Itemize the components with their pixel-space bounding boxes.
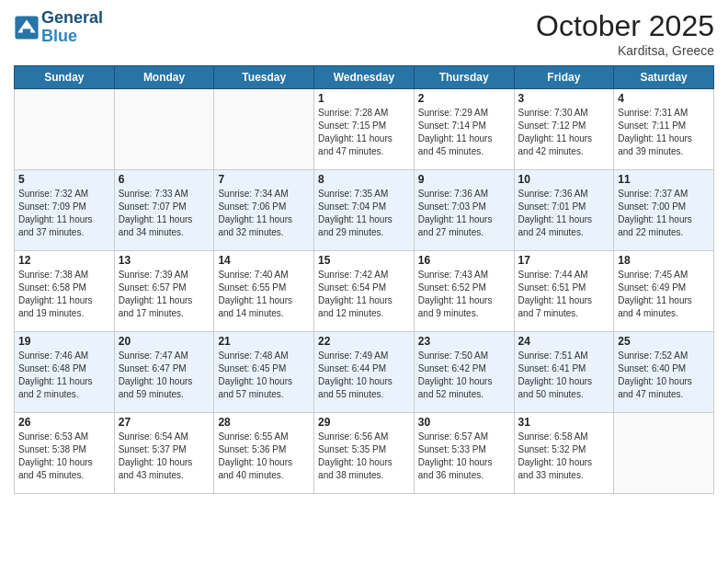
calendar-cell: 14Sunrise: 7:40 AMSunset: 6:55 PMDayligh… (214, 251, 314, 332)
day-number: 16 (418, 254, 510, 267)
calendar-cell: 9Sunrise: 7:36 AMSunset: 7:03 PMDaylight… (414, 170, 514, 251)
day-number: 8 (318, 173, 410, 186)
day-number: 23 (418, 335, 510, 348)
day-info: Sunrise: 6:54 AMSunset: 5:37 PMDaylight:… (119, 431, 210, 482)
calendar-cell: 4Sunrise: 7:31 AMSunset: 7:11 PMDaylight… (614, 89, 714, 170)
day-info: Sunrise: 7:28 AMSunset: 7:15 PMDaylight:… (318, 107, 410, 158)
day-number: 20 (119, 335, 210, 348)
calendar-cell: 6Sunrise: 7:33 AMSunset: 7:07 PMDaylight… (114, 170, 214, 251)
day-info: Sunrise: 7:37 AMSunset: 7:00 PMDaylight:… (618, 188, 710, 239)
day-info: Sunrise: 7:31 AMSunset: 7:11 PMDaylight:… (618, 107, 710, 158)
month-title: October 2025 (536, 9, 714, 43)
day-number: 30 (418, 416, 510, 429)
page: General Blue October 2025 Karditsa, Gree… (0, 0, 728, 563)
calendar-cell: 28Sunrise: 6:55 AMSunset: 5:36 PMDayligh… (214, 413, 314, 494)
calendar-cell: 20Sunrise: 7:47 AMSunset: 6:47 PMDayligh… (114, 332, 214, 413)
day-number: 2 (418, 92, 510, 105)
calendar-row-1: 1Sunrise: 7:28 AMSunset: 7:15 PMDaylight… (15, 89, 714, 170)
day-number: 17 (518, 254, 610, 267)
calendar-cell: 10Sunrise: 7:36 AMSunset: 7:01 PMDayligh… (514, 170, 614, 251)
calendar-row-4: 19Sunrise: 7:46 AMSunset: 6:48 PMDayligh… (15, 332, 714, 413)
calendar-cell: 24Sunrise: 7:51 AMSunset: 6:41 PMDayligh… (514, 332, 614, 413)
day-info: Sunrise: 7:33 AMSunset: 7:07 PMDaylight:… (119, 188, 210, 239)
day-info: Sunrise: 6:55 AMSunset: 5:36 PMDaylight:… (218, 431, 310, 482)
calendar-cell (214, 89, 314, 170)
calendar-cell: 17Sunrise: 7:44 AMSunset: 6:51 PMDayligh… (514, 251, 614, 332)
day-number: 12 (18, 254, 110, 267)
logo-text: General Blue (41, 9, 103, 46)
day-info: Sunrise: 7:39 AMSunset: 6:57 PMDaylight:… (119, 269, 210, 320)
col-monday: Monday (114, 66, 214, 89)
calendar-cell: 31Sunrise: 6:58 AMSunset: 5:32 PMDayligh… (514, 413, 614, 494)
calendar-cell: 13Sunrise: 7:39 AMSunset: 6:57 PMDayligh… (114, 251, 214, 332)
day-info: Sunrise: 7:44 AMSunset: 6:51 PMDaylight:… (518, 269, 610, 320)
day-number: 31 (518, 416, 610, 429)
day-info: Sunrise: 7:38 AMSunset: 6:58 PMDaylight:… (18, 269, 110, 320)
calendar-cell: 8Sunrise: 7:35 AMSunset: 7:04 PMDaylight… (314, 170, 415, 251)
calendar-cell (614, 413, 714, 494)
day-number: 19 (18, 335, 110, 348)
day-info: Sunrise: 7:34 AMSunset: 7:06 PMDaylight:… (218, 188, 310, 239)
day-info: Sunrise: 7:47 AMSunset: 6:47 PMDaylight:… (119, 350, 210, 401)
day-number: 18 (618, 254, 710, 267)
day-info: Sunrise: 7:36 AMSunset: 7:01 PMDaylight:… (518, 188, 610, 239)
logo-line1: General (41, 9, 103, 28)
calendar-cell: 23Sunrise: 7:50 AMSunset: 6:42 PMDayligh… (414, 332, 514, 413)
col-thursday: Thursday (414, 66, 514, 89)
col-wednesday: Wednesday (314, 66, 415, 89)
location: Karditsa, Greece (536, 43, 714, 58)
title-area: October 2025 Karditsa, Greece (536, 9, 714, 58)
svg-rect-2 (23, 29, 30, 34)
header: General Blue October 2025 Karditsa, Gree… (14, 9, 714, 58)
day-number: 4 (618, 92, 710, 105)
calendar-cell: 11Sunrise: 7:37 AMSunset: 7:00 PMDayligh… (614, 170, 714, 251)
day-info: Sunrise: 6:56 AMSunset: 5:35 PMDaylight:… (318, 431, 410, 482)
calendar-cell: 15Sunrise: 7:42 AMSunset: 6:54 PMDayligh… (314, 251, 415, 332)
day-info: Sunrise: 7:32 AMSunset: 7:09 PMDaylight:… (18, 188, 110, 239)
day-number: 3 (518, 92, 610, 105)
day-number: 9 (418, 173, 510, 186)
day-info: Sunrise: 7:40 AMSunset: 6:55 PMDaylight:… (218, 269, 310, 320)
day-number: 29 (318, 416, 410, 429)
logo-icon (14, 15, 40, 40)
day-number: 7 (218, 173, 310, 186)
day-number: 21 (218, 335, 310, 348)
col-sunday: Sunday (15, 66, 115, 89)
logo: General Blue (14, 9, 103, 46)
day-info: Sunrise: 7:36 AMSunset: 7:03 PMDaylight:… (418, 188, 510, 239)
calendar-header-row: Sunday Monday Tuesday Wednesday Thursday… (15, 66, 714, 89)
day-number: 26 (18, 416, 110, 429)
day-info: Sunrise: 7:30 AMSunset: 7:12 PMDaylight:… (518, 107, 610, 158)
day-info: Sunrise: 7:45 AMSunset: 6:49 PMDaylight:… (618, 269, 710, 320)
day-number: 14 (218, 254, 310, 267)
calendar-cell: 26Sunrise: 6:53 AMSunset: 5:38 PMDayligh… (15, 413, 115, 494)
day-info: Sunrise: 7:49 AMSunset: 6:44 PMDaylight:… (318, 350, 410, 401)
calendar-cell: 25Sunrise: 7:52 AMSunset: 6:40 PMDayligh… (614, 332, 714, 413)
calendar-cell (15, 89, 115, 170)
calendar-cell: 1Sunrise: 7:28 AMSunset: 7:15 PMDaylight… (314, 89, 415, 170)
calendar-cell: 30Sunrise: 6:57 AMSunset: 5:33 PMDayligh… (414, 413, 514, 494)
calendar-cell: 18Sunrise: 7:45 AMSunset: 6:49 PMDayligh… (614, 251, 714, 332)
calendar-cell: 5Sunrise: 7:32 AMSunset: 7:09 PMDaylight… (15, 170, 115, 251)
day-info: Sunrise: 7:43 AMSunset: 6:52 PMDaylight:… (418, 269, 510, 320)
day-number: 25 (618, 335, 710, 348)
calendar-cell: 7Sunrise: 7:34 AMSunset: 7:06 PMDaylight… (214, 170, 314, 251)
day-number: 11 (618, 173, 710, 186)
calendar-cell: 21Sunrise: 7:48 AMSunset: 6:45 PMDayligh… (214, 332, 314, 413)
calendar-row-2: 5Sunrise: 7:32 AMSunset: 7:09 PMDaylight… (15, 170, 714, 251)
calendar-row-5: 26Sunrise: 6:53 AMSunset: 5:38 PMDayligh… (15, 413, 714, 494)
calendar-cell: 19Sunrise: 7:46 AMSunset: 6:48 PMDayligh… (15, 332, 115, 413)
calendar-cell (114, 89, 214, 170)
day-info: Sunrise: 7:48 AMSunset: 6:45 PMDaylight:… (218, 350, 310, 401)
day-number: 24 (518, 335, 610, 348)
calendar-cell: 16Sunrise: 7:43 AMSunset: 6:52 PMDayligh… (414, 251, 514, 332)
calendar-cell: 22Sunrise: 7:49 AMSunset: 6:44 PMDayligh… (314, 332, 415, 413)
col-saturday: Saturday (614, 66, 714, 89)
day-number: 15 (318, 254, 410, 267)
day-number: 10 (518, 173, 610, 186)
day-info: Sunrise: 7:29 AMSunset: 7:14 PMDaylight:… (418, 107, 510, 158)
day-number: 6 (119, 173, 210, 186)
calendar-cell: 3Sunrise: 7:30 AMSunset: 7:12 PMDaylight… (514, 89, 614, 170)
day-info: Sunrise: 7:35 AMSunset: 7:04 PMDaylight:… (318, 188, 410, 239)
col-friday: Friday (514, 66, 614, 89)
